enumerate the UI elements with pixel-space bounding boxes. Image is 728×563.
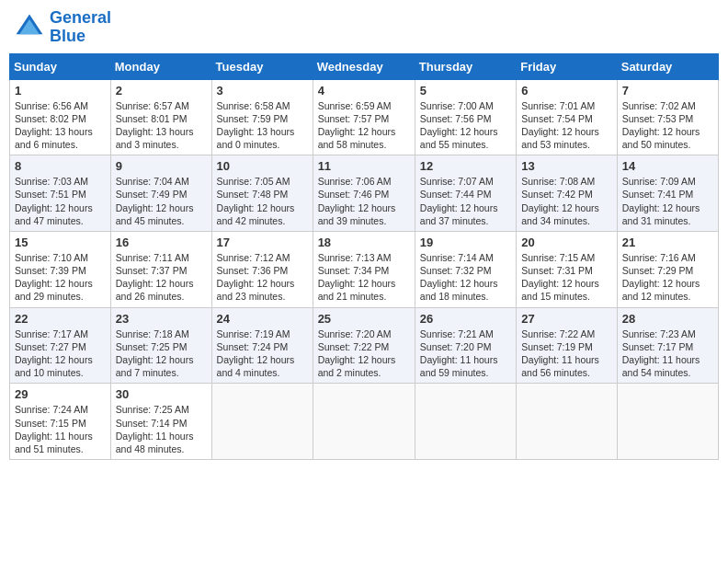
page-header: General Blue xyxy=(9,9,719,46)
day-info: Sunrise: 7:11 AM Sunset: 7:37 PM Dayligh… xyxy=(116,251,207,304)
day-number: 30 xyxy=(116,387,207,401)
day-number: 2 xyxy=(116,84,207,98)
day-info: Sunrise: 7:05 AM Sunset: 7:48 PM Dayligh… xyxy=(217,175,308,227)
day-number: 22 xyxy=(15,312,106,326)
calendar-cell: 14Sunrise: 7:09 AM Sunset: 7:41 PM Dayli… xyxy=(617,155,718,232)
calendar-cell: 16Sunrise: 7:11 AM Sunset: 7:37 PM Dayli… xyxy=(110,231,211,307)
calendar-cell: 10Sunrise: 7:05 AM Sunset: 7:48 PM Dayli… xyxy=(211,155,313,232)
calendar-cell: 8Sunrise: 7:03 AM Sunset: 7:51 PM Daylig… xyxy=(10,155,111,232)
day-info: Sunrise: 6:57 AM Sunset: 8:01 PM Dayligh… xyxy=(116,99,207,152)
calendar-cell: 6Sunrise: 7:01 AM Sunset: 7:54 PM Daylig… xyxy=(517,79,618,155)
calendar-cell: 2Sunrise: 6:57 AM Sunset: 8:01 PM Daylig… xyxy=(110,79,211,155)
calendar-cell: 11Sunrise: 7:06 AM Sunset: 7:46 PM Dayli… xyxy=(313,155,415,232)
day-number: 8 xyxy=(15,159,106,173)
calendar-cell: 13Sunrise: 7:08 AM Sunset: 7:42 PM Dayli… xyxy=(517,155,618,232)
day-info: Sunrise: 7:19 AM Sunset: 7:24 PM Dayligh… xyxy=(217,327,308,380)
day-info: Sunrise: 7:12 AM Sunset: 7:36 PM Dayligh… xyxy=(217,251,308,304)
day-info: Sunrise: 7:15 AM Sunset: 7:31 PM Dayligh… xyxy=(521,251,612,304)
day-number: 25 xyxy=(318,312,410,326)
day-number: 18 xyxy=(318,236,410,249)
calendar-cell: 29Sunrise: 7:24 AM Sunset: 7:15 PM Dayli… xyxy=(10,384,111,460)
calendar-cell: 1Sunrise: 6:56 AM Sunset: 8:02 PM Daylig… xyxy=(10,79,111,155)
logo-icon xyxy=(13,11,46,44)
day-info: Sunrise: 7:24 AM Sunset: 7:15 PM Dayligh… xyxy=(15,403,106,455)
calendar-cell: 4Sunrise: 6:59 AM Sunset: 7:57 PM Daylig… xyxy=(313,79,415,155)
day-info: Sunrise: 6:59 AM Sunset: 7:57 PM Dayligh… xyxy=(318,99,410,152)
day-number: 9 xyxy=(116,159,207,173)
day-number: 17 xyxy=(217,236,308,249)
calendar-cell: 30Sunrise: 7:25 AM Sunset: 7:14 PM Dayli… xyxy=(110,384,211,460)
day-number: 16 xyxy=(116,236,207,249)
calendar-cell: 5Sunrise: 7:00 AM Sunset: 7:56 PM Daylig… xyxy=(415,79,516,155)
day-info: Sunrise: 7:25 AM Sunset: 7:14 PM Dayligh… xyxy=(116,403,207,455)
day-info: Sunrise: 7:16 AM Sunset: 7:29 PM Dayligh… xyxy=(622,251,713,304)
day-info: Sunrise: 7:09 AM Sunset: 7:41 PM Dayligh… xyxy=(622,175,713,227)
day-number: 27 xyxy=(521,312,612,326)
calendar-cell: 17Sunrise: 7:12 AM Sunset: 7:36 PM Dayli… xyxy=(211,231,313,307)
calendar-cell xyxy=(211,384,313,460)
calendar-cell: 26Sunrise: 7:21 AM Sunset: 7:20 PM Dayli… xyxy=(415,307,516,384)
calendar-cell: 27Sunrise: 7:22 AM Sunset: 7:19 PM Dayli… xyxy=(517,307,618,384)
calendar-cell: 7Sunrise: 7:02 AM Sunset: 7:53 PM Daylig… xyxy=(617,79,718,155)
col-header-saturday: Saturday xyxy=(617,53,718,79)
calendar-cell: 15Sunrise: 7:10 AM Sunset: 7:39 PM Dayli… xyxy=(10,231,111,307)
day-info: Sunrise: 7:20 AM Sunset: 7:22 PM Dayligh… xyxy=(318,327,410,380)
day-number: 19 xyxy=(420,236,511,249)
col-header-sunday: Sunday xyxy=(10,53,111,79)
day-number: 15 xyxy=(15,236,106,249)
logo: General Blue xyxy=(13,9,111,46)
day-number: 12 xyxy=(420,159,511,173)
day-number: 7 xyxy=(622,84,713,98)
day-info: Sunrise: 7:10 AM Sunset: 7:39 PM Dayligh… xyxy=(15,251,106,304)
calendar-cell: 23Sunrise: 7:18 AM Sunset: 7:25 PM Dayli… xyxy=(110,307,211,384)
calendar-cell: 9Sunrise: 7:04 AM Sunset: 7:49 PM Daylig… xyxy=(110,155,211,232)
col-header-wednesday: Wednesday xyxy=(313,53,415,79)
day-info: Sunrise: 6:56 AM Sunset: 8:02 PM Dayligh… xyxy=(15,99,106,152)
day-info: Sunrise: 7:01 AM Sunset: 7:54 PM Dayligh… xyxy=(521,99,612,152)
day-info: Sunrise: 7:21 AM Sunset: 7:20 PM Dayligh… xyxy=(420,327,511,380)
calendar-cell: 24Sunrise: 7:19 AM Sunset: 7:24 PM Dayli… xyxy=(211,307,313,384)
col-header-friday: Friday xyxy=(517,53,618,79)
day-info: Sunrise: 6:58 AM Sunset: 7:59 PM Dayligh… xyxy=(217,99,308,152)
day-info: Sunrise: 7:08 AM Sunset: 7:42 PM Dayligh… xyxy=(521,175,612,227)
day-info: Sunrise: 7:04 AM Sunset: 7:49 PM Dayligh… xyxy=(116,175,207,227)
day-info: Sunrise: 7:14 AM Sunset: 7:32 PM Dayligh… xyxy=(420,251,511,304)
calendar-cell: 12Sunrise: 7:07 AM Sunset: 7:44 PM Dayli… xyxy=(415,155,516,232)
day-info: Sunrise: 7:17 AM Sunset: 7:27 PM Dayligh… xyxy=(15,327,106,380)
day-number: 13 xyxy=(521,159,612,173)
calendar-cell xyxy=(415,384,516,460)
day-number: 21 xyxy=(622,236,713,249)
day-number: 3 xyxy=(217,84,308,98)
day-number: 28 xyxy=(622,312,713,326)
day-number: 4 xyxy=(318,84,410,98)
calendar-cell: 28Sunrise: 7:23 AM Sunset: 7:17 PM Dayli… xyxy=(617,307,718,384)
day-number: 11 xyxy=(318,159,410,173)
calendar-cell: 18Sunrise: 7:13 AM Sunset: 7:34 PM Dayli… xyxy=(313,231,415,307)
day-number: 29 xyxy=(15,387,106,401)
day-number: 23 xyxy=(116,312,207,326)
day-number: 14 xyxy=(622,159,713,173)
day-number: 6 xyxy=(521,84,612,98)
calendar-cell: 20Sunrise: 7:15 AM Sunset: 7:31 PM Dayli… xyxy=(517,231,618,307)
day-number: 20 xyxy=(521,236,612,249)
day-number: 1 xyxy=(15,84,106,98)
day-number: 10 xyxy=(217,159,308,173)
calendar-cell: 19Sunrise: 7:14 AM Sunset: 7:32 PM Dayli… xyxy=(415,231,516,307)
day-number: 26 xyxy=(420,312,511,326)
day-info: Sunrise: 7:18 AM Sunset: 7:25 PM Dayligh… xyxy=(116,327,207,380)
calendar-cell: 3Sunrise: 6:58 AM Sunset: 7:59 PM Daylig… xyxy=(211,79,313,155)
col-header-thursday: Thursday xyxy=(415,53,516,79)
day-info: Sunrise: 7:22 AM Sunset: 7:19 PM Dayligh… xyxy=(521,327,612,380)
day-info: Sunrise: 7:07 AM Sunset: 7:44 PM Dayligh… xyxy=(420,175,511,227)
day-number: 24 xyxy=(217,312,308,326)
calendar-cell xyxy=(517,384,618,460)
day-info: Sunrise: 7:00 AM Sunset: 7:56 PM Dayligh… xyxy=(420,99,511,152)
calendar-table: SundayMondayTuesdayWednesdayThursdayFrid… xyxy=(9,53,719,460)
calendar-cell: 21Sunrise: 7:16 AM Sunset: 7:29 PM Dayli… xyxy=(617,231,718,307)
calendar-cell: 22Sunrise: 7:17 AM Sunset: 7:27 PM Dayli… xyxy=(10,307,111,384)
day-info: Sunrise: 7:06 AM Sunset: 7:46 PM Dayligh… xyxy=(318,175,410,227)
day-info: Sunrise: 7:23 AM Sunset: 7:17 PM Dayligh… xyxy=(622,327,713,380)
col-header-tuesday: Tuesday xyxy=(211,53,313,79)
day-info: Sunrise: 7:03 AM Sunset: 7:51 PM Dayligh… xyxy=(15,175,106,227)
calendar-cell xyxy=(617,384,718,460)
